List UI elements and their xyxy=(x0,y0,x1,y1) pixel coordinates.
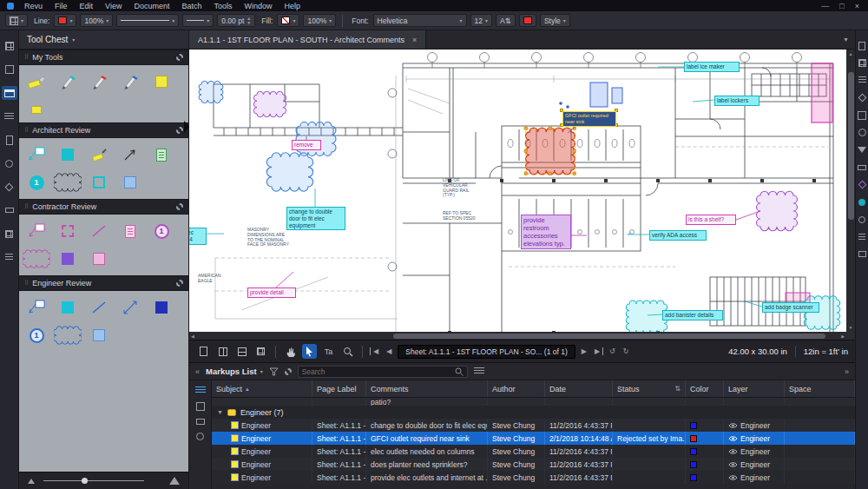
line-opacity-dropdown[interactable]: 100%▾ xyxy=(80,14,113,27)
thumbnails-panel-icon[interactable] xyxy=(858,58,867,68)
fill-color-picker[interactable]: ▾ xyxy=(277,14,299,27)
gear-icon[interactable] xyxy=(285,368,292,375)
purple-cloud-markup[interactable] xyxy=(757,191,798,231)
annotation-label-selected[interactable]: GFCI outlet required near sink xyxy=(562,111,616,127)
tab-list-chevron-icon[interactable]: ▼ xyxy=(837,30,855,49)
thumbnails-view-icon[interactable] xyxy=(196,344,211,359)
tool-note-yellow[interactable] xyxy=(146,68,177,96)
section-engineer-review[interactable]: ⠿Engineer Review xyxy=(19,275,188,291)
color-swatch[interactable] xyxy=(690,461,697,468)
cyan-cloud-markup[interactable] xyxy=(626,301,667,334)
tool-doc-green[interactable] xyxy=(146,141,177,169)
select-tool-icon[interactable] xyxy=(302,344,317,359)
font-family-dropdown[interactable]: Helvetica▾ xyxy=(373,14,467,27)
split-vertical-icon[interactable] xyxy=(215,344,230,359)
annotation-label[interactable]: verify ADA access xyxy=(649,230,707,241)
font-color-button[interactable] xyxy=(519,14,536,27)
last-page-icon[interactable]: ▶ xyxy=(593,347,603,355)
bookmarks-panel-icon[interactable] xyxy=(858,76,867,85)
signatures-panel-icon[interactable] xyxy=(858,249,867,259)
annotation-label[interactable]: is this a shelf? xyxy=(686,215,736,225)
next-page-icon[interactable]: ▶ xyxy=(580,347,589,355)
annotation-label[interactable]: provide restroom accessories elevations … xyxy=(521,215,571,249)
color-swatch[interactable] xyxy=(690,448,697,455)
tool-square-lightblue[interactable] xyxy=(115,169,146,196)
column-layer[interactable]: Layer xyxy=(724,380,785,397)
markups-search-input[interactable] xyxy=(302,367,451,376)
layers-panel-icon[interactable] xyxy=(858,93,867,102)
vertical-scrollbar[interactable]: ▲▼ xyxy=(846,50,855,332)
line-color-picker[interactable]: ▾ xyxy=(54,14,76,27)
slider-thumb[interactable] xyxy=(82,478,88,484)
tool-square-cyan[interactable] xyxy=(52,294,83,321)
close-icon[interactable]: × xyxy=(855,2,859,10)
forms-panel-icon[interactable] xyxy=(858,232,867,241)
document-tab[interactable]: A1.1.1 - 1ST FLOOR PLAN - SOUTH - Archit… xyxy=(189,30,426,49)
column-page-label[interactable]: Page Label xyxy=(312,380,366,397)
blue-cloud-markup[interactable] xyxy=(266,153,312,191)
spaces-panel-icon[interactable] xyxy=(858,110,867,120)
sets-panel-icon[interactable] xyxy=(858,197,867,207)
eye-icon[interactable] xyxy=(728,461,738,468)
blue-rect-markup[interactable] xyxy=(590,83,608,107)
studio-panel-icon[interactable] xyxy=(858,180,867,189)
file-access-icon[interactable] xyxy=(2,63,17,76)
minimize-icon[interactable]: — xyxy=(821,2,829,10)
filter-icon[interactable] xyxy=(269,367,279,376)
measure-panel-icon[interactable] xyxy=(858,162,867,172)
tool-callout-teal[interactable] xyxy=(21,141,52,169)
line-style-dropdown[interactable]: ▾ xyxy=(116,14,179,27)
search-panel-icon[interactable] xyxy=(858,215,867,224)
collapse-group-icon[interactable]: ▼ xyxy=(217,409,223,415)
tool-line-magenta[interactable] xyxy=(83,217,115,245)
text-autosize-button[interactable]: A⇅ xyxy=(496,14,516,27)
tool-pen-red[interactable] xyxy=(83,68,115,96)
annotation-label[interactable]: elec 324 xyxy=(189,228,207,245)
blue-dot-markup[interactable] xyxy=(566,105,569,109)
style-dropdown[interactable]: Style▾ xyxy=(540,14,570,27)
eye-icon[interactable] xyxy=(728,474,738,481)
status-filter-icon[interactable] xyxy=(196,433,204,440)
column-subject[interactable]: Subject▲ xyxy=(212,380,312,397)
line-end-dropdown[interactable]: ▾ xyxy=(182,14,214,27)
pan-tool-icon[interactable] xyxy=(283,344,298,359)
markup-row[interactable]: Engineer Sheet: A1.1.1 -... change to do… xyxy=(212,419,855,432)
tool-preset-dropdown[interactable]: ▾ xyxy=(5,14,28,27)
blue-rect-markup[interactable] xyxy=(612,88,622,103)
tool-number-magenta[interactable]: 1 xyxy=(146,217,177,245)
tool-highlighter[interactable] xyxy=(21,68,52,96)
search-panel-icon[interactable] xyxy=(2,156,17,170)
annotation-label[interactable]: provide detail xyxy=(247,287,296,298)
tool-arrow[interactable] xyxy=(115,141,146,169)
zoom-tool-icon[interactable] xyxy=(340,344,355,359)
annotation-label[interactable]: add badge scanner xyxy=(762,302,819,313)
color-swatch[interactable] xyxy=(690,474,697,481)
tool-note-pink[interactable] xyxy=(83,245,115,273)
annotation-label[interactable]: remove xyxy=(292,140,321,150)
collapse-right-icon[interactable]: » xyxy=(845,367,849,376)
thumbnails-icon[interactable] xyxy=(2,133,17,147)
eye-icon[interactable] xyxy=(728,448,738,455)
font-size-dropdown[interactable]: 12▾ xyxy=(470,14,492,27)
gear-icon[interactable] xyxy=(176,127,183,134)
gear-icon[interactable] xyxy=(176,203,183,210)
markup-summary-icon[interactable] xyxy=(2,250,17,264)
tool-square-teal-outline[interactable] xyxy=(83,169,115,196)
tool-chest-title[interactable]: Tool Chest▾ xyxy=(19,30,188,50)
eye-icon[interactable] xyxy=(728,422,738,429)
layers-panel-icon[interactable] xyxy=(2,180,17,194)
reply-icon[interactable] xyxy=(196,419,205,425)
column-status[interactable]: Status⇅ xyxy=(613,380,686,397)
fill-opacity-dropdown[interactable]: 100%▾ xyxy=(303,14,336,27)
menu-revu[interactable]: Revu xyxy=(18,2,49,10)
annotation-label[interactable]: add banister details xyxy=(662,310,723,320)
dashboard-icon[interactable] xyxy=(2,39,17,53)
tab-close-icon[interactable]: × xyxy=(412,36,417,44)
menu-view[interactable]: View xyxy=(99,2,128,10)
bookmarks-icon[interactable] xyxy=(2,109,17,123)
tool-callout-blue[interactable] xyxy=(21,294,52,321)
markup-row[interactable]: Engineer Sheet: A1.1.1 -... provide elec… xyxy=(212,471,855,484)
eye-icon[interactable] xyxy=(728,435,738,442)
next-view-icon[interactable]: ↻ xyxy=(621,347,631,355)
full-screen-icon[interactable] xyxy=(253,344,268,359)
